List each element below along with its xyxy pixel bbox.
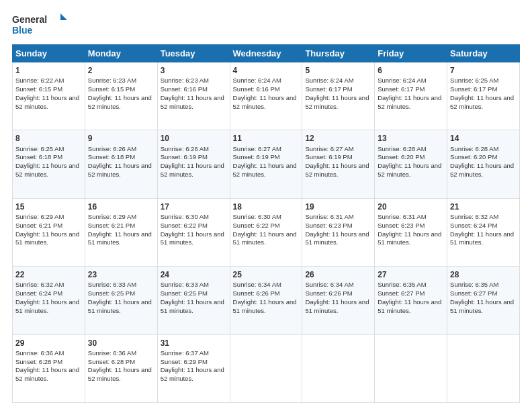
- sunset-text: Sunset: 6:15 PM: [88, 85, 135, 93]
- sunrise-text: Sunrise: 6:28 AM: [450, 145, 498, 152]
- daylight-text: Daylight: 11 hours and 52 minutes.: [15, 162, 79, 178]
- day-number: 20: [378, 201, 444, 212]
- calendar-cell: 10 Sunrise: 6:26 AM Sunset: 6:19 PM Dayl…: [157, 130, 230, 198]
- daylight-text: Daylight: 11 hours and 51 minutes.: [161, 230, 224, 246]
- sunrise-text: Sunrise: 6:36 AM: [88, 349, 136, 357]
- day-number: 26: [305, 269, 371, 280]
- sunset-text: Sunset: 6:16 PM: [233, 85, 280, 93]
- calendar-cell: 30 Sunrise: 6:36 AM Sunset: 6:28 PM Dayl…: [85, 334, 157, 402]
- day-header-saturday: Saturday: [447, 45, 520, 62]
- calendar-cell: 25 Sunrise: 6:34 AM Sunset: 6:26 PM Dayl…: [230, 267, 302, 334]
- sunrise-text: Sunrise: 6:32 AM: [15, 281, 64, 288]
- daylight-text: Daylight: 11 hours and 51 minutes.: [15, 230, 79, 246]
- sunrise-text: Sunrise: 6:27 AM: [233, 145, 281, 152]
- sunrise-text: Sunrise: 6:25 AM: [450, 77, 498, 84]
- daylight-text: Daylight: 11 hours and 51 minutes.: [233, 230, 297, 246]
- day-header-wednesday: Wednesday: [230, 45, 302, 62]
- daylight-text: Daylight: 11 hours and 52 minutes.: [88, 94, 152, 110]
- daylight-text: Daylight: 11 hours and 51 minutes.: [88, 230, 152, 246]
- sunset-text: Sunset: 6:19 PM: [305, 153, 352, 161]
- sunset-text: Sunset: 6:22 PM: [161, 222, 208, 229]
- day-number: 21: [450, 201, 517, 212]
- sunset-text: Sunset: 6:23 PM: [305, 222, 352, 229]
- sunrise-text: Sunrise: 6:26 AM: [88, 145, 136, 152]
- calendar-cell: 12 Sunrise: 6:27 AM Sunset: 6:19 PM Dayl…: [302, 130, 375, 198]
- calendar-cell: 13 Sunrise: 6:28 AM Sunset: 6:20 PM Dayl…: [375, 130, 447, 198]
- day-number: 25: [233, 269, 300, 280]
- sunrise-text: Sunrise: 6:23 AM: [161, 77, 209, 84]
- calendar-cell: 19 Sunrise: 6:31 AM Sunset: 6:23 PM Dayl…: [302, 198, 375, 266]
- svg-text:Blue: Blue: [12, 25, 33, 36]
- day-header-thursday: Thursday: [302, 45, 375, 62]
- sunrise-text: Sunrise: 6:30 AM: [233, 213, 281, 220]
- calendar-cell: 4 Sunrise: 6:24 AM Sunset: 6:16 PM Dayli…: [230, 62, 302, 130]
- sunrise-text: Sunrise: 6:28 AM: [378, 145, 426, 152]
- calendar-cell: 1 Sunrise: 6:22 AM Sunset: 6:15 PM Dayli…: [13, 62, 85, 130]
- calendar-cell: 16 Sunrise: 6:29 AM Sunset: 6:21 PM Dayl…: [85, 198, 157, 266]
- day-number: 14: [450, 133, 517, 144]
- sunrise-text: Sunrise: 6:31 AM: [305, 213, 353, 220]
- day-number: 2: [88, 65, 154, 76]
- day-number: 28: [450, 269, 517, 280]
- day-header-monday: Monday: [85, 45, 157, 62]
- day-number: 10: [161, 133, 227, 144]
- sunset-text: Sunset: 6:21 PM: [88, 222, 135, 229]
- day-number: 29: [15, 338, 82, 349]
- day-number: 18: [233, 201, 300, 212]
- daylight-text: Daylight: 11 hours and 51 minutes.: [378, 230, 441, 246]
- calendar-cell: [302, 334, 375, 402]
- daylight-text: Daylight: 11 hours and 52 minutes.: [15, 94, 79, 110]
- sunrise-text: Sunrise: 6:24 AM: [233, 77, 281, 84]
- sunset-text: Sunset: 6:20 PM: [450, 153, 497, 161]
- sunset-text: Sunset: 6:19 PM: [233, 153, 280, 161]
- sunset-text: Sunset: 6:17 PM: [305, 85, 352, 93]
- day-header-sunday: Sunday: [13, 45, 85, 62]
- sunrise-text: Sunrise: 6:31 AM: [378, 213, 426, 220]
- page: General Blue SundayMondayTuesdayWednesda…: [0, 0, 532, 411]
- day-number: 12: [305, 133, 371, 144]
- sunrise-text: Sunrise: 6:22 AM: [15, 77, 64, 84]
- daylight-text: Daylight: 11 hours and 52 minutes.: [161, 94, 224, 110]
- sunset-text: Sunset: 6:21 PM: [15, 222, 62, 229]
- sunset-text: Sunset: 6:28 PM: [15, 358, 62, 365]
- sunset-text: Sunset: 6:20 PM: [378, 153, 425, 161]
- day-number: 3: [161, 65, 227, 76]
- sunrise-text: Sunrise: 6:35 AM: [378, 281, 426, 288]
- sunrise-text: Sunrise: 6:29 AM: [88, 213, 136, 220]
- daylight-text: Daylight: 11 hours and 52 minutes.: [88, 162, 152, 178]
- daylight-text: Daylight: 11 hours and 52 minutes.: [161, 162, 224, 178]
- day-number: 13: [378, 133, 444, 144]
- daylight-text: Daylight: 11 hours and 52 minutes.: [450, 162, 514, 178]
- sunset-text: Sunset: 6:26 PM: [305, 289, 352, 297]
- day-number: 31: [161, 338, 227, 349]
- day-number: 5: [305, 65, 371, 76]
- daylight-text: Daylight: 11 hours and 52 minutes.: [233, 162, 297, 178]
- calendar-table: SundayMondayTuesdayWednesdayThursdayFrid…: [12, 44, 520, 403]
- day-number: 30: [88, 338, 154, 349]
- sunrise-text: Sunrise: 6:25 AM: [15, 145, 64, 152]
- calendar-cell: 29 Sunrise: 6:36 AM Sunset: 6:28 PM Dayl…: [13, 334, 85, 402]
- calendar-cell: 2 Sunrise: 6:23 AM Sunset: 6:15 PM Dayli…: [85, 62, 157, 130]
- calendar-cell: 17 Sunrise: 6:30 AM Sunset: 6:22 PM Dayl…: [157, 198, 230, 266]
- sunset-text: Sunset: 6:27 PM: [450, 289, 497, 297]
- day-number: 15: [15, 201, 82, 212]
- calendar-cell: 6 Sunrise: 6:24 AM Sunset: 6:17 PM Dayli…: [375, 62, 447, 130]
- daylight-text: Daylight: 11 hours and 52 minutes.: [378, 162, 441, 178]
- calendar-cell: 11 Sunrise: 6:27 AM Sunset: 6:19 PM Dayl…: [230, 130, 302, 198]
- svg-text:General: General: [12, 14, 47, 25]
- calendar-cell: 7 Sunrise: 6:25 AM Sunset: 6:17 PM Dayli…: [447, 62, 520, 130]
- daylight-text: Daylight: 11 hours and 51 minutes.: [378, 298, 441, 314]
- sunset-text: Sunset: 6:27 PM: [378, 289, 425, 297]
- day-number: 7: [450, 65, 517, 76]
- daylight-text: Daylight: 11 hours and 52 minutes.: [305, 162, 369, 178]
- sunrise-text: Sunrise: 6:33 AM: [88, 281, 136, 288]
- calendar-cell: 14 Sunrise: 6:28 AM Sunset: 6:20 PM Dayl…: [447, 130, 520, 198]
- svg-marker-2: [60, 13, 67, 20]
- sunset-text: Sunset: 6:17 PM: [378, 85, 425, 93]
- day-number: 4: [233, 65, 300, 76]
- header: General Blue: [12, 12, 520, 38]
- sunrise-text: Sunrise: 6:35 AM: [450, 281, 498, 288]
- day-number: 8: [15, 133, 82, 144]
- sunrise-text: Sunrise: 6:37 AM: [161, 349, 209, 357]
- sunrise-text: Sunrise: 6:34 AM: [305, 281, 353, 288]
